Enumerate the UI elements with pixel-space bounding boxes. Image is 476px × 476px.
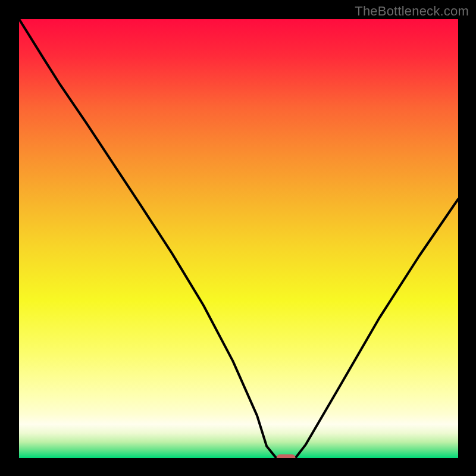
plot-gradient-background xyxy=(19,19,458,458)
watermark-text: TheBottleneck.com xyxy=(355,4,469,19)
chart-container: TheBottleneck.com xyxy=(0,0,476,476)
chart-svg xyxy=(0,0,476,476)
